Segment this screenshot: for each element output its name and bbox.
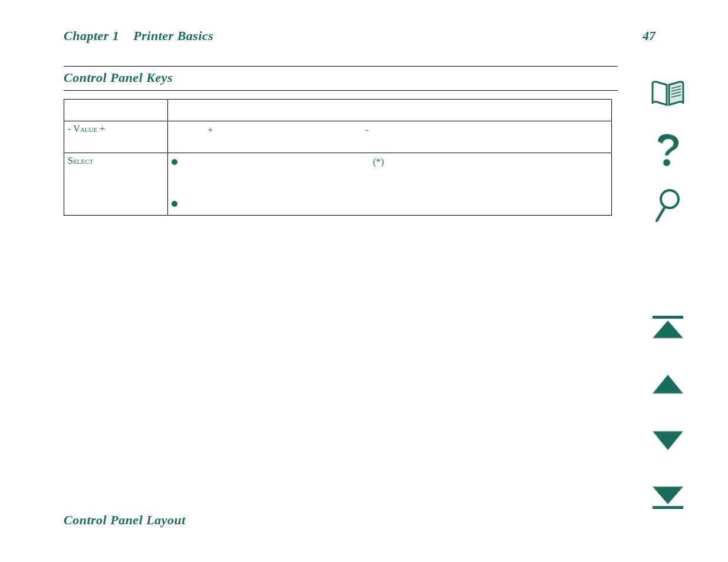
question-mark-icon [652,132,684,167]
previous-page-button[interactable] [650,368,686,401]
first-page-button[interactable] [650,311,686,344]
function-cell-value: Press the + end of the button to step fo… [168,121,612,153]
bullet-icon [172,159,177,165]
footer-section-title: Control Panel Layout [64,513,186,528]
col-function-header: Function [168,100,612,121]
contents-button[interactable] [650,77,686,110]
next-page-button[interactable] [650,424,686,457]
control-panel-keys-table: Key Function - Value + Press the + end o… [64,99,612,216]
list-item: Saves the selected value for that item. … [172,156,608,195]
running-header: Chapter 1Printer Basics [64,28,618,44]
svg-point-4 [663,159,670,166]
svg-rect-11 [653,506,683,509]
table-header-row: Key Function [64,100,612,121]
function-cell-select: Saves the selected value for that item. … [168,153,612,216]
list-item: Prints one of the printer information pa… [172,197,608,210]
chapter-title: Printer Basics [133,28,213,43]
table-row: Select Saves the selected value for that… [64,153,612,216]
side-navigation [647,77,689,514]
svg-point-5 [661,190,678,208]
svg-marker-7 [653,320,683,338]
chapter-label: Chapter 1 [64,28,119,43]
key-cell-value: - Value + [64,121,168,153]
svg-marker-9 [653,431,683,450]
magnifier-icon [652,187,684,225]
first-page-icon [650,315,686,340]
book-icon [650,79,686,107]
help-button[interactable] [650,133,686,166]
chapter-heading: Chapter 1Printer Basics [64,28,213,44]
down-triangle-icon [650,429,686,452]
last-page-button[interactable] [650,481,686,514]
svg-marker-8 [653,375,683,394]
page-number: 47 [643,28,655,44]
col-key-header: Key [64,100,168,121]
table-row: - Value + Press the + end of the button … [64,121,612,153]
svg-marker-10 [653,487,683,504]
section-title: Control Panel Keys [64,66,618,91]
search-button[interactable] [650,190,686,223]
bullet-icon [172,201,177,207]
svg-rect-6 [653,316,683,319]
content-area: Chapter 1Printer Basics 47 Control Panel… [64,28,618,216]
up-triangle-icon [650,372,686,396]
key-cell-select: Select [64,153,168,216]
last-page-icon [650,484,686,510]
page: Chapter 1Printer Basics 47 Control Panel… [0,0,728,562]
